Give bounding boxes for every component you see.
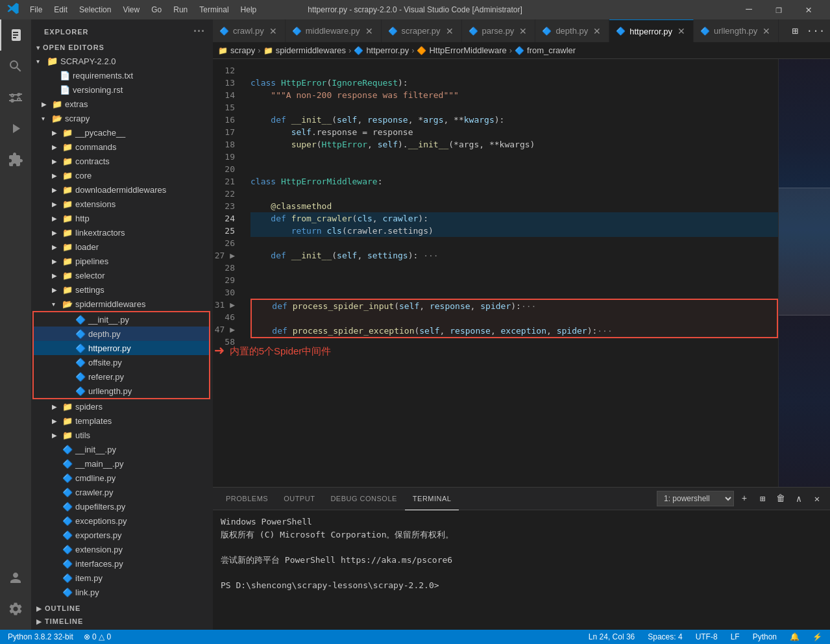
folder-http[interactable]: ▶ 📁 http (31, 211, 213, 225)
file-cmdline[interactable]: 🔷 cmdline.py (31, 471, 213, 485)
close-panel-button[interactable]: ✕ (809, 491, 825, 506)
folder-contracts[interactable]: ▶ 📁 contracts (31, 154, 213, 168)
file-versioning[interactable]: 📄 versioning.rst (31, 82, 213, 97)
file-depth[interactable]: 🔷 depth.py (34, 327, 209, 341)
minimize-button[interactable]: ─ (734, 0, 764, 19)
menu-terminal[interactable]: Terminal (194, 4, 234, 16)
tab-close-button[interactable]: ✕ (445, 26, 455, 36)
menu-edit[interactable]: Edit (49, 4, 73, 16)
panel-tab-problems[interactable]: PROBLEMS (218, 488, 276, 510)
folder-templates[interactable]: ▶ 📁 templates (31, 414, 213, 428)
folder-core[interactable]: ▶ 📁 core (31, 168, 213, 182)
status-position[interactable]: Ln 24, Col 36 (586, 632, 637, 641)
split-editor-button[interactable]: ⊞ (786, 22, 804, 40)
breadcrumb-httperror[interactable]: 🔷 httperror.py (354, 45, 409, 55)
tab-middleware[interactable]: 🔷 middleware.py ✕ (286, 19, 382, 42)
menu-selection[interactable]: Selection (74, 4, 116, 16)
status-language[interactable]: Python (750, 632, 779, 641)
tab-httperror[interactable]: 🔷 httperror.py ✕ (609, 19, 694, 42)
tab-urllength[interactable]: 🔷 urllength.py ✕ (694, 19, 779, 42)
add-terminal-button[interactable]: + (737, 491, 752, 506)
file-dupefilters[interactable]: 🔷 dupefilters.py (31, 499, 213, 514)
status-spaces[interactable]: Spaces: 4 (645, 632, 685, 641)
breadcrumb-spidermiddlewares[interactable]: 📁 spidermiddlewares (263, 45, 346, 55)
account-activity-icon[interactable] (0, 562, 31, 593)
folder-utils[interactable]: ▶ 📁 utils (31, 428, 213, 442)
folder-settings[interactable]: ▶ 📁 settings (31, 282, 213, 297)
file-link[interactable]: 🔷 link.py (31, 585, 213, 599)
folder-spidermiddlewares[interactable]: ▾ 📂 spidermiddlewares (31, 297, 213, 311)
status-errors[interactable]: ⊗ 0 △ 0 (81, 632, 114, 641)
maximize-button[interactable]: ❐ (764, 0, 794, 19)
tab-scraper[interactable]: 🔷 scraper.py ✕ (382, 19, 462, 42)
file-crawler[interactable]: 🔷 crawler.py (31, 485, 213, 499)
file-main-py[interactable]: 🔷 __main__.py (31, 456, 213, 471)
status-feedback[interactable]: 🔔 (787, 632, 802, 641)
file-exporters[interactable]: 🔷 exporters.py (31, 528, 213, 542)
folder-downloadermiddlewares[interactable]: ▶ 📁 downloadermiddlewares (31, 182, 213, 197)
explorer-activity-icon[interactable] (0, 19, 31, 51)
folder-linkextractors[interactable]: ▶ 📁 linkextractors (31, 225, 213, 240)
folder-extras[interactable]: ▶ 📁 extras (31, 97, 213, 111)
terminal-prompt[interactable]: PS D:\shencong\scrapy-lessons\scrapy-2.2… (221, 579, 822, 592)
file-offsite[interactable]: 🔷 offsite.py (34, 355, 209, 369)
run-activity-icon[interactable] (0, 113, 31, 144)
outline-header[interactable]: ▶ OUTLINE (31, 602, 213, 615)
file-init-spy[interactable]: 🔷 __init__.py (34, 312, 209, 327)
file-referer[interactable]: 🔷 referer.py (34, 369, 209, 384)
tab-close-button[interactable]: ✕ (676, 26, 687, 36)
tab-crawl[interactable]: 🔷 crawl.py ✕ (213, 19, 286, 42)
status-eol[interactable]: LF (728, 632, 742, 641)
folder-extensions[interactable]: ▶ 📁 extensions (31, 197, 213, 211)
panel-tab-debug[interactable]: DEBUG CONSOLE (323, 488, 404, 510)
tab-close-button[interactable]: ✕ (761, 26, 772, 36)
tab-parse[interactable]: 🔷 parse.py ✕ (462, 19, 536, 42)
menu-help[interactable]: Help (236, 4, 262, 16)
settings-activity-icon[interactable] (0, 593, 31, 625)
file-init-py[interactable]: 🔷 __init__.py (31, 442, 213, 456)
status-python-version[interactable]: Python 3.8.2 32-bit (5, 632, 76, 641)
open-editors-header[interactable]: ▾ OPEN EDITORS (31, 41, 213, 54)
breadcrumb-from-crawler[interactable]: 🔷 from_crawler (515, 45, 576, 55)
breadcrumb-scrapy[interactable]: 📁 scrapy (218, 45, 255, 55)
file-exceptions[interactable]: 🔷 exceptions.py (31, 514, 213, 528)
clear-terminal-button[interactable]: 🗑 (773, 491, 788, 506)
menu-file[interactable]: File (25, 4, 47, 16)
search-activity-icon[interactable] (0, 51, 31, 82)
status-liveshare[interactable]: ⚡ (810, 632, 825, 641)
folder-pycache[interactable]: ▶ 📁 __pycache__ (31, 125, 213, 140)
sidebar-more-button[interactable]: ··· (193, 25, 205, 38)
more-tabs-button[interactable]: ··· (807, 22, 825, 40)
source-control-activity-icon[interactable] (0, 82, 31, 113)
folder-selector[interactable]: ▶ 📁 selector (31, 268, 213, 282)
tab-close-button[interactable]: ✕ (268, 26, 278, 36)
maximize-panel-button[interactable]: ∧ (791, 491, 807, 506)
menu-view[interactable]: View (117, 4, 145, 16)
folder-commands[interactable]: ▶ 📁 commands (31, 140, 213, 154)
folder-scrapy[interactable]: ▾ 📂 scrapy (31, 111, 213, 125)
minimap[interactable] (778, 59, 830, 487)
file-urllength[interactable]: 🔷 urllength.py (34, 384, 209, 398)
folder-spiders[interactable]: ▶ 📁 spiders (31, 399, 213, 414)
tab-close-button[interactable]: ✕ (364, 26, 374, 36)
terminal-content[interactable]: Windows PowerShell 版权所有 (C) Microsoft Co… (213, 510, 830, 630)
split-terminal-button[interactable]: ⊞ (755, 491, 770, 506)
terminal-selector[interactable]: 1: powershell (657, 491, 734, 506)
file-requirements[interactable]: 📄 requirements.txt (31, 68, 213, 82)
tab-depth[interactable]: 🔷 depth.py ✕ (535, 19, 609, 42)
panel-tab-output[interactable]: OUTPUT (276, 488, 323, 510)
menu-run[interactable]: Run (168, 4, 193, 16)
close-button[interactable]: ✕ (794, 0, 824, 19)
status-encoding[interactable]: UTF-8 (693, 632, 720, 641)
folder-pipelines[interactable]: ▶ 📁 pipelines (31, 254, 213, 268)
extensions-activity-icon[interactable] (0, 144, 31, 175)
file-interfaces[interactable]: 🔷 interfaces.py (31, 556, 213, 571)
file-extension[interactable]: 🔷 extension.py (31, 542, 213, 556)
file-item[interactable]: 🔷 item.py (31, 571, 213, 585)
folder-loader[interactable]: ▶ 📁 loader (31, 240, 213, 254)
menu-go[interactable]: Go (146, 4, 167, 16)
breadcrumb-httperrormd[interactable]: 🔶 HttpErrorMiddleware (417, 45, 506, 55)
tab-close-button[interactable]: ✕ (518, 26, 528, 36)
code-editor[interactable]: 12 13 14 15 16 17 18 19 20 21 22 23 24 2… (213, 59, 778, 487)
panel-tab-terminal[interactable]: TERMINAL (405, 488, 459, 510)
